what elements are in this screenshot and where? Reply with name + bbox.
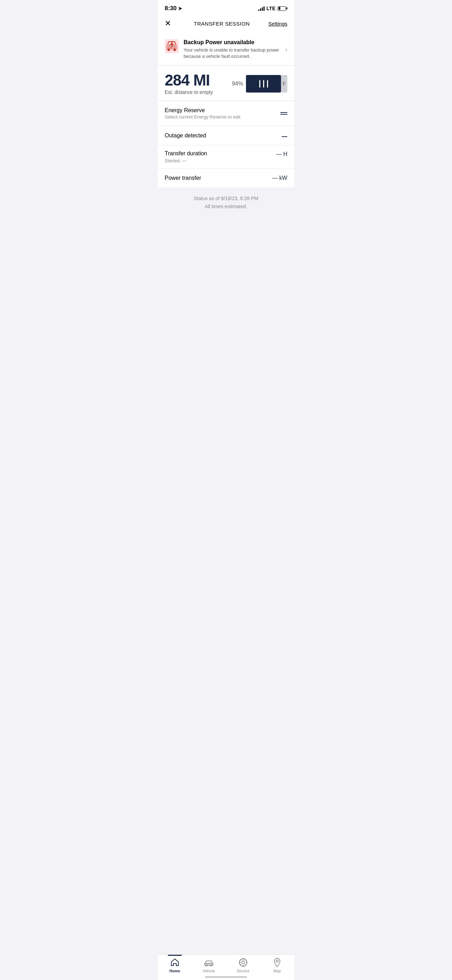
power-transfer-value: — kW [272,175,287,181]
energy-reserve-value [280,110,287,117]
page-title: TRANSFER SESSION [194,21,250,27]
battery-section: 284 MI Est. distance to empty 94% F [158,65,294,101]
battery-icon [277,6,287,11]
energy-reserve-icon [280,111,287,115]
transfer-duration-title: Transfer duration [165,150,276,157]
status-footer: Status as of 8/18/23, 8:28 PM All times … [158,188,294,217]
gauge-bar-3 [267,80,268,88]
gauge-bar-2 [263,80,264,88]
alert-chevron-icon: › [285,46,287,53]
outage-dash-icon [282,136,287,137]
outage-left: Outage detected [165,132,282,139]
outage-value [282,132,287,139]
nav-header: ✕ TRANSFER SESSION Settings [158,15,294,33]
gauge-bar-1 [259,80,260,88]
alert-text: Backup Power unavailable Your vehicle is… [184,39,280,60]
transfer-duration-row[interactable]: Transfer duration Started: — — H [158,145,294,169]
battery-gauge [246,75,281,92]
transfer-duration-left: Transfer duration Started: — [165,150,276,163]
content-area: Backup Power unavailable Your vehicle is… [158,33,294,252]
energy-reserve-left: Energy Reserve Select current Energy Res… [165,107,280,119]
battery-gauge-tip: F [281,75,287,92]
alert-banner[interactable]: Backup Power unavailable Your vehicle is… [158,33,294,65]
status-time: 8:30 ➤ [165,5,182,12]
battery-visual: 94% F [232,75,287,92]
alert-subtitle: Your vehicle is unable to transfer backu… [184,47,280,60]
battery-label: Est. distance to empty [165,89,226,95]
power-transfer-left: Power transfer [165,175,272,181]
battery-percent: 94% [232,81,243,87]
backup-power-icon [165,39,179,53]
alert-title: Backup Power unavailable [184,39,280,46]
signal-icon [258,6,264,11]
svg-point-3 [173,48,176,51]
location-arrow-icon: ➤ [178,6,182,11]
alert-icon [165,39,179,53]
energy-reserve-title: Energy Reserve [165,107,280,114]
energy-reserve-row[interactable]: Energy Reserve Select current Energy Res… [158,101,294,126]
settings-link[interactable]: Settings [268,21,287,27]
status-line1: Status as of 8/18/23, 8:28 PM [165,194,287,202]
info-section: Energy Reserve Select current Energy Res… [158,101,294,188]
status-line2: All times estimated. [165,203,287,210]
power-transfer-row[interactable]: Power transfer — kW [158,169,294,188]
outage-title: Outage detected [165,132,282,139]
status-bar: 8:30 ➤ LTE [158,0,294,15]
transfer-started: Started: — [165,158,276,163]
status-right: LTE [258,6,287,11]
svg-point-2 [167,48,170,51]
battery-info: 284 MI Est. distance to empty [165,73,226,95]
battery-f-label: F [283,81,286,87]
transfer-duration-value: — H [276,151,287,158]
outage-row[interactable]: Outage detected [158,126,294,145]
battery-distance: 284 MI [165,73,226,88]
close-button[interactable]: ✕ [165,19,175,28]
energy-reserve-subtitle: Select current Energy Reserve to edit [165,114,280,119]
power-transfer-title: Power transfer [165,175,272,181]
lte-label: LTE [267,6,275,11]
